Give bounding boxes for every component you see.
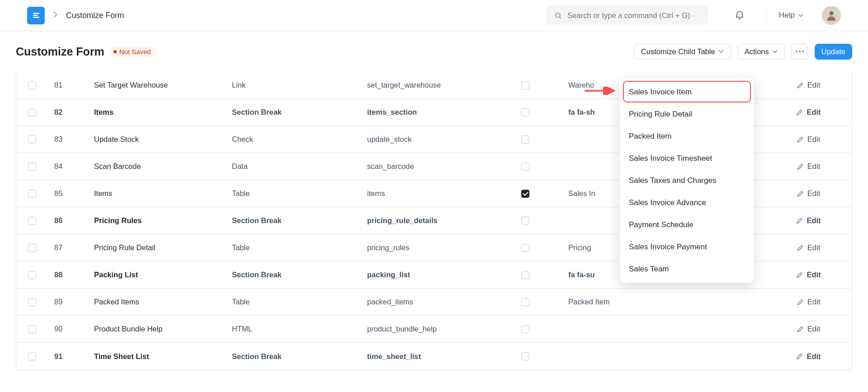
- dropdown-item[interactable]: Sales Team: [623, 258, 751, 280]
- mandatory-checkbox[interactable]: [521, 325, 529, 333]
- mandatory-checkbox[interactable]: [521, 352, 529, 360]
- edit-button[interactable]: Edit: [765, 234, 852, 261]
- mandatory-checkbox[interactable]: [521, 163, 529, 171]
- help-menu[interactable]: Help: [766, 11, 804, 20]
- more-menu-button[interactable]: [792, 44, 808, 60]
- field-options: Packed Item: [562, 289, 765, 315]
- breadcrumb[interactable]: Customize Form: [66, 11, 124, 20]
- dropdown-item[interactable]: Pricing Rule Detail: [623, 103, 751, 125]
- edit-button[interactable]: Edit: [765, 289, 852, 315]
- field-label: Pricing Rules: [88, 207, 226, 234]
- field-name: scan_barcode: [361, 153, 492, 180]
- mandatory-checkbox[interactable]: [521, 271, 529, 279]
- field-type: Table: [226, 289, 361, 315]
- update-button[interactable]: Update: [815, 44, 852, 60]
- table-row[interactable]: 91Time Sheet ListSection Breaktime_sheet…: [16, 343, 852, 370]
- row-number: 87: [48, 234, 88, 261]
- chevron-down-icon: [772, 48, 778, 55]
- search-box[interactable]: [546, 6, 708, 25]
- table-row[interactable]: 90Product Bundle HelpHTMLproduct_bundle_…: [16, 316, 852, 343]
- field-type: HTML: [226, 316, 361, 342]
- field-label: Set Target Warehouse: [88, 72, 226, 98]
- edit-button[interactable]: Edit: [765, 180, 852, 207]
- edit-button[interactable]: Edit: [765, 126, 852, 153]
- mandatory-checkbox[interactable]: [521, 190, 529, 198]
- row-checkbox[interactable]: [28, 325, 36, 333]
- edit-button[interactable]: Edit: [765, 72, 852, 98]
- svg-point-4: [802, 51, 803, 52]
- field-name: packing_list: [361, 261, 492, 288]
- dropdown-item[interactable]: Payment Schedule: [623, 214, 751, 236]
- dropdown-item[interactable]: Sales Taxes and Charges: [623, 169, 751, 191]
- row-checkbox[interactable]: [28, 190, 36, 198]
- actions-button[interactable]: Actions: [738, 44, 785, 60]
- field-name: packed_items: [361, 289, 492, 315]
- dropdown-item[interactable]: Sales Invoice Timesheet: [623, 147, 751, 169]
- svg-point-3: [799, 51, 800, 52]
- field-name: update_stock: [361, 126, 492, 153]
- search-input[interactable]: [567, 11, 700, 20]
- row-checkbox[interactable]: [28, 217, 36, 225]
- field-type: Section Break: [226, 343, 361, 370]
- field-type: Data: [226, 153, 361, 180]
- row-checkbox[interactable]: [28, 163, 36, 171]
- mandatory-checkbox[interactable]: [521, 217, 529, 225]
- edit-button[interactable]: Edit: [765, 316, 852, 342]
- mandatory-checkbox[interactable]: [521, 108, 529, 117]
- dropdown-item[interactable]: Sales Invoice Advance: [623, 191, 751, 214]
- mandatory-checkbox[interactable]: [521, 298, 529, 306]
- dropdown-item[interactable]: Sales Invoice Item: [623, 81, 751, 103]
- row-number: 91: [48, 343, 88, 370]
- field-type: Link: [226, 72, 361, 98]
- row-checkbox[interactable]: [28, 271, 36, 279]
- row-checkbox[interactable]: [28, 108, 36, 117]
- ellipsis-icon: [796, 51, 804, 52]
- mandatory-checkbox[interactable]: [521, 135, 529, 144]
- field-options: [562, 316, 765, 342]
- field-name: pricing_rule_details: [361, 207, 492, 234]
- mandatory-checkbox[interactable]: [521, 81, 529, 89]
- field-label: Time Sheet List: [88, 343, 226, 370]
- chevron-down-icon: [718, 48, 724, 55]
- notifications-icon[interactable]: [734, 9, 745, 22]
- field-options: [562, 343, 765, 370]
- chevron-right-icon: [53, 11, 58, 19]
- user-avatar[interactable]: [822, 6, 841, 25]
- field-label: Pricing Rule Detail: [88, 234, 226, 261]
- table-row[interactable]: 89Packed ItemsTablepacked_itemsPacked It…: [16, 289, 852, 316]
- child-table-dropdown: Sales Invoice ItemPricing Rule DetailPac…: [620, 78, 754, 283]
- edit-button[interactable]: Edit: [765, 207, 852, 234]
- customize-child-table-button[interactable]: Customize Child Table: [634, 44, 731, 60]
- field-name: pricing_rules: [361, 234, 492, 261]
- chevron-down-icon: [797, 12, 804, 19]
- field-type: Table: [226, 234, 361, 261]
- field-type: Section Break: [226, 99, 361, 126]
- field-name: set_target_warehouse: [361, 72, 492, 98]
- field-label: Items: [88, 180, 226, 207]
- field-type: Section Break: [226, 207, 361, 234]
- row-number: 84: [48, 153, 88, 180]
- field-name: items_section: [361, 99, 492, 126]
- app-logo[interactable]: [27, 7, 45, 24]
- mandatory-checkbox[interactable]: [521, 244, 529, 252]
- row-number: 90: [48, 316, 88, 342]
- field-type: Table: [226, 180, 361, 207]
- edit-button[interactable]: Edit: [765, 153, 852, 180]
- row-checkbox[interactable]: [28, 298, 36, 306]
- dropdown-item[interactable]: Packed Item: [623, 125, 751, 147]
- row-checkbox[interactable]: [28, 352, 36, 360]
- row-checkbox[interactable]: [28, 244, 36, 252]
- field-label: Update Stock: [88, 126, 226, 153]
- field-label: Product Bundle Help: [88, 316, 226, 342]
- edit-button[interactable]: Edit: [765, 99, 852, 126]
- row-checkbox[interactable]: [28, 81, 36, 89]
- edit-button[interactable]: Edit: [765, 261, 852, 288]
- save-status-badge: Not Saved: [110, 46, 156, 57]
- row-number: 81: [48, 72, 88, 98]
- svg-point-2: [796, 51, 797, 52]
- row-checkbox[interactable]: [28, 135, 36, 144]
- field-name: items: [361, 180, 492, 207]
- dropdown-item[interactable]: Sales Invoice Payment: [623, 236, 751, 258]
- page-title: Customize Form: [16, 45, 104, 58]
- edit-button[interactable]: Edit: [765, 343, 852, 370]
